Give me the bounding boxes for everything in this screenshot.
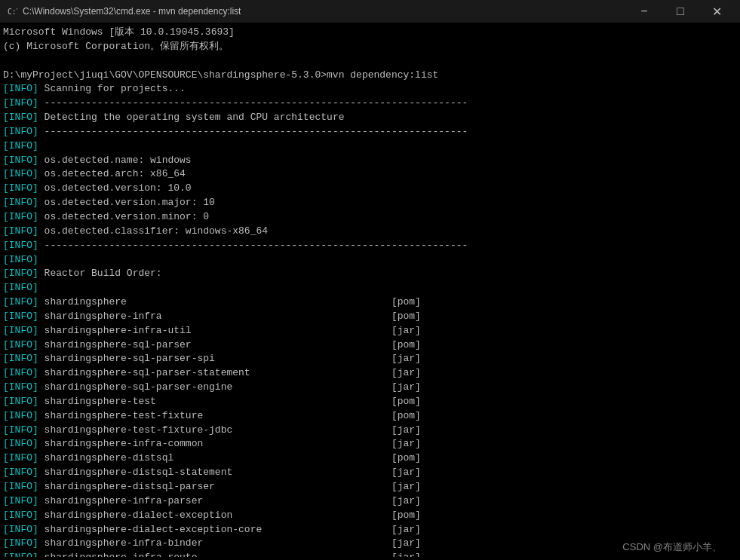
console-line: [INFO] os.detected.version.minor: 0 [3,210,734,225]
console-line: [INFO] shardingsphere-infra-common [jar] [3,437,734,451]
console-line: [INFO] ---------------------------------… [3,239,734,253]
console-line: [INFO] shardingsphere-distsql-statement … [3,466,734,480]
console-line: [INFO] os.detected.arch: x86_64 [3,167,734,182]
console-line: [INFO] Reactor Build Order: [3,267,734,281]
watermark: CSDN @布道师小羊、 [622,540,722,554]
maximize-button[interactable]: □ [663,0,698,23]
console-line: [INFO] os.detected.version: 10.0 [3,182,734,196]
console-line: [INFO] shardingsphere-sql-parser [pom] [3,338,734,353]
cmd-icon: C:\ [6,5,18,17]
console-line: [INFO] ---------------------------------… [3,96,734,111]
console-line: [INFO] os.detected.version.major: 10 [3,196,734,210]
console-line: (c) Microsoft Corporation。保留所有权利。 [3,40,734,54]
minimize-button[interactable]: − [627,0,662,23]
console-line: [INFO] shardingsphere-sql-parser-stateme… [3,366,734,381]
console-line: [INFO] [3,253,734,268]
console-line: [INFO] Scanning for projects... [3,82,734,96]
console-line: [INFO] shardingsphere-infra-util [jar] [3,324,734,338]
console-line: Microsoft Windows [版本 10.0.19045.3693] [3,26,734,40]
console-line: [INFO] shardingsphere-dialect-exception-… [3,523,734,537]
title-bar-text: C:\Windows\System32\cmd.exe - mvn depend… [23,6,241,17]
console-line: [INFO] shardingsphere-test [pom] [3,395,734,409]
console-area: Microsoft Windows [版本 10.0.19045.3693](c… [0,23,740,560]
console-line: [INFO] Detecting the operating system an… [3,111,734,125]
svg-text:C:\: C:\ [8,8,17,16]
cmd-window: C:\ C:\Windows\System32\cmd.exe - mvn de… [0,0,740,560]
console-line [3,54,734,69]
close-button[interactable]: ✕ [699,0,734,23]
console-line: D:\myProject\jiuqi\GOV\OPENSOURCE\shardi… [3,69,734,83]
title-bar-controls: − □ ✕ [627,0,734,23]
console-line: [INFO] shardingsphere [pom] [3,295,734,310]
console-line: [INFO] shardingsphere-dialect-exception … [3,509,734,523]
console-line: [INFO] shardingsphere-infra-parser [jar] [3,494,734,509]
console-line: [INFO] shardingsphere-infra [pom] [3,310,734,324]
title-bar: C:\ C:\Windows\System32\cmd.exe - mvn de… [0,0,740,23]
console-line: [INFO] shardingsphere-test-fixture [pom] [3,409,734,424]
console-line: [INFO] shardingsphere-distsql-parser [ja… [3,480,734,494]
console-line: [INFO] shardingsphere-test-fixture-jdbc … [3,424,734,438]
title-bar-left: C:\ C:\Windows\System32\cmd.exe - mvn de… [6,5,241,17]
console-content[interactable]: Microsoft Windows [版本 10.0.19045.3693](c… [3,26,737,557]
console-line: [INFO] shardingsphere-sql-parser-engine … [3,381,734,395]
console-line: [INFO] shardingsphere-sql-parser-spi [ja… [3,352,734,366]
console-line: [INFO] shardingsphere-distsql [pom] [3,451,734,466]
console-line: [INFO] os.detected.name: windows [3,154,734,168]
console-line: [INFO] os.detected.classifier: windows-x… [3,225,734,239]
console-line: [INFO] [3,139,734,154]
console-line: [INFO] [3,281,734,295]
console-line: [INFO] ---------------------------------… [3,125,734,139]
